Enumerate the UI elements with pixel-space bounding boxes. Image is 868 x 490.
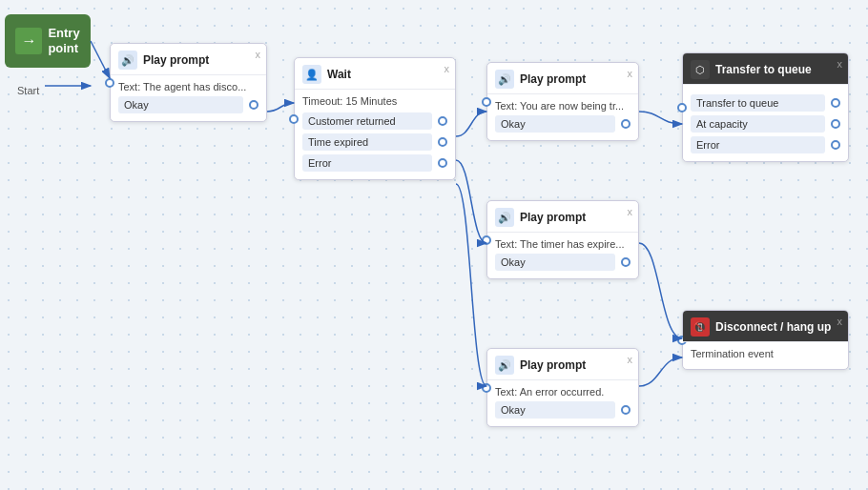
play-prompt-4-connector-row: Okay (495, 401, 630, 419)
transfer-header: ⬡ Transfer to queue x (683, 53, 848, 85)
play-prompt-4-close[interactable]: x (628, 354, 633, 365)
play-prompt-2-body: Text: You are now being tr... Okay (487, 94, 638, 140)
entry-point-label: Entry point (48, 26, 79, 55)
play-prompt-2-connector-row: Okay (495, 115, 630, 133)
play-prompt-2-input (482, 97, 491, 107)
wait-connector-3: Error (302, 154, 447, 172)
play-prompt-1-header: 🔊 Play prompt x (111, 44, 266, 75)
play-prompt-1-okay: Okay (118, 96, 243, 113)
wait-input (289, 114, 299, 124)
play-prompt-2-dot (621, 119, 630, 129)
play-prompt-3-input (482, 235, 491, 245)
disconnect-body: Termination event (683, 342, 848, 369)
play-prompt-4-card: 🔊 Play prompt x Text: An error occurred.… (486, 348, 639, 427)
play-prompt-3-body: Text: The timer has expire... Okay (487, 233, 638, 278)
transfer-connector-1: At capacity (691, 115, 840, 133)
transfer-title: Transfer to queue (715, 63, 812, 76)
disconnect-icon: 📵 (691, 317, 710, 337)
wait-time-expired: Time expired (302, 133, 432, 151)
svg-line-1 (91, 41, 110, 78)
transfer-card: ⬡ Transfer to queue x Transfer to queue … (682, 52, 849, 162)
disconnect-close[interactable]: x (837, 316, 843, 327)
transfer-connector-main: Transfer to queue (691, 94, 840, 112)
play-prompt-2-header: 🔊 Play prompt x (487, 63, 638, 94)
audio-icon-4: 🔊 (495, 356, 514, 375)
play-prompt-2-card: 🔊 Play prompt x Text: You are now being … (486, 62, 639, 141)
transfer-queue: Transfer to queue (691, 94, 825, 112)
play-prompt-1-close[interactable]: x (256, 49, 261, 60)
wait-header: 👤 Wait x (295, 58, 455, 90)
wait-dot-3 (438, 158, 447, 168)
audio-icon-1: 🔊 (118, 51, 137, 70)
play-prompt-4-title: Play prompt (520, 358, 586, 372)
wait-customer-returned: Customer returned (302, 112, 432, 130)
wait-close[interactable]: x (444, 63, 450, 74)
play-prompt-3-okay: Okay (495, 254, 615, 271)
wait-timeout: Timeout: 15 Minutes (302, 95, 447, 107)
play-prompt-3-card: 🔊 Play prompt x Text: The timer has expi… (486, 200, 639, 279)
play-prompt-3-dot (621, 257, 630, 267)
play-prompt-4-input (482, 383, 491, 393)
entry-point-icon: → (15, 28, 42, 54)
play-prompt-1-dot (249, 100, 258, 110)
wait-title: Wait (327, 68, 351, 81)
disconnect-text: Termination event (691, 348, 840, 359)
wait-error: Error (302, 154, 432, 172)
audio-icon-2: 🔊 (495, 70, 514, 89)
play-prompt-3-close[interactable]: x (628, 206, 633, 217)
play-prompt-2-text: Text: You are now being tr... (495, 100, 630, 112)
wait-card: 👤 Wait x Timeout: 15 Minutes Customer re… (294, 57, 456, 180)
transfer-dot-1 (831, 119, 840, 129)
play-prompt-2-title: Play prompt (520, 72, 586, 86)
play-prompt-1-connector-row: Okay (118, 96, 258, 113)
play-prompt-1-body: Text: The agent has disco... Okay (111, 75, 266, 121)
play-prompt-1-text: Text: The agent has disco... (118, 81, 258, 92)
transfer-close[interactable]: x (837, 58, 843, 70)
transfer-error: Error (691, 136, 825, 153)
play-prompt-1-input (105, 78, 114, 88)
play-prompt-3-title: Play prompt (520, 211, 586, 224)
start-label: Start (17, 85, 39, 96)
play-prompt-3-header: 🔊 Play prompt x (487, 201, 638, 233)
transfer-input (677, 103, 687, 112)
transfer-dot-2 (831, 140, 840, 150)
play-prompt-4-body: Text: An error occurred. Okay (487, 380, 638, 426)
entry-point-node: → Entry point (5, 14, 91, 68)
disconnect-card: 📵 Disconnect / hang up x Termination eve… (682, 310, 849, 370)
play-prompt-2-okay: Okay (495, 115, 615, 133)
audio-icon-3: 🔊 (495, 208, 514, 227)
play-prompt-2-close[interactable]: x (628, 68, 633, 79)
disconnect-header: 📵 Disconnect / hang up x (683, 311, 848, 342)
play-prompt-1-card: 🔊 Play prompt x Text: The agent has disc… (110, 43, 267, 122)
wait-icon: 👤 (302, 65, 321, 84)
play-prompt-4-header: 🔊 Play prompt x (487, 349, 638, 380)
play-prompt-3-text: Text: The timer has expire... (495, 238, 630, 250)
play-prompt-1-title: Play prompt (143, 53, 209, 67)
play-prompt-3-connector-row: Okay (495, 254, 630, 271)
transfer-body: Transfer to queue At capacity Error (683, 85, 848, 161)
play-prompt-4-dot (621, 405, 630, 415)
wait-body: Timeout: 15 Minutes Customer returned Ti… (295, 90, 455, 179)
transfer-at-capacity: At capacity (691, 115, 825, 133)
disconnect-title: Disconnect / hang up (715, 320, 831, 334)
transfer-connector-2: Error (691, 136, 840, 153)
wait-connector-1: Customer returned (302, 112, 447, 130)
transfer-icon: ⬡ (691, 60, 710, 79)
transfer-dot-main (831, 98, 840, 108)
wait-connector-2: Time expired (302, 133, 447, 151)
play-prompt-4-text: Text: An error occurred. (495, 386, 630, 398)
wait-dot-2 (438, 137, 447, 147)
play-prompt-4-okay: Okay (495, 401, 615, 419)
wait-dot-1 (438, 116, 447, 126)
